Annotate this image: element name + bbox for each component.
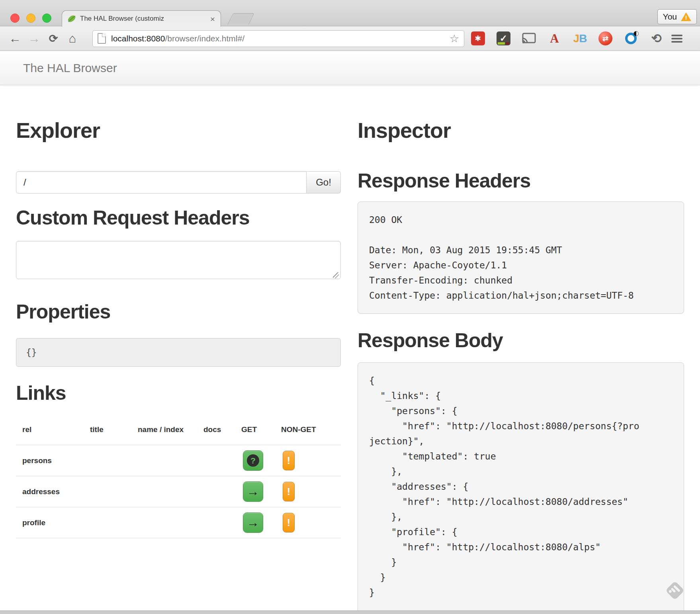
url-path: /browser/index.html#/	[165, 34, 244, 43]
checkmark-extension-icon[interactable]: ✓	[497, 31, 510, 45]
back-icon[interactable]: ←	[6, 29, 25, 48]
response-body-title: Response Body	[358, 330, 684, 350]
response-headers-title: Response Headers	[358, 171, 684, 191]
rel-label: addresses	[16, 487, 84, 496]
adblock-extension-icon[interactable]: A	[547, 31, 561, 45]
jb-extension-icon[interactable]: JB	[573, 31, 587, 45]
table-row-persons: persons ? !	[16, 445, 341, 476]
exclamation-icon: !	[287, 455, 290, 466]
browser-tab[interactable]: The HAL Browser (customiz ×	[62, 10, 221, 27]
forward-icon: →	[25, 29, 44, 48]
table-row-profile: profile → !	[16, 507, 341, 538]
explorer-url-input[interactable]	[16, 171, 307, 194]
exclamation-icon: !	[287, 517, 290, 528]
lastpass-extension-icon[interactable]: ✱	[471, 31, 485, 45]
zoom-window-button[interactable]	[42, 14, 51, 23]
custom-request-headers-title: Custom Request Headers	[16, 208, 341, 228]
go-button[interactable]: Go!	[307, 171, 341, 194]
custom-headers-wrap	[16, 241, 341, 281]
non-get-button[interactable]: !	[283, 513, 295, 532]
properties-box: {}	[16, 338, 341, 367]
response-headers-block: 200 OK Date: Mon, 03 Aug 2015 19:55:45 G…	[358, 201, 684, 314]
address-bar[interactable]: localhost:8080/browser/index.html#/ ☆	[92, 30, 464, 47]
custom-headers-textarea[interactable]	[16, 241, 341, 279]
col-name-index: name / index	[131, 425, 197, 434]
tab-close-icon[interactable]: ×	[209, 15, 216, 23]
properties-title: Properties	[16, 302, 341, 322]
main-content: Explorer Go! Custom Request Headers Prop…	[0, 85, 700, 614]
links-title: Links	[16, 383, 341, 403]
site-brand[interactable]: The HAL Browser	[0, 61, 117, 75]
site-navbar: The HAL Browser	[0, 51, 700, 85]
history-extension-icon[interactable]: ⟲	[649, 31, 663, 45]
chromecast-extension-icon[interactable]	[522, 31, 536, 45]
col-rel: rel	[16, 425, 84, 434]
bookmark-star-icon[interactable]: ☆	[450, 32, 459, 45]
rel-label: persons	[16, 456, 84, 465]
question-icon: ?	[247, 454, 259, 467]
window-controls	[10, 14, 51, 23]
explorer-title: Explorer	[16, 119, 341, 141]
properties-value: {}	[26, 347, 37, 358]
exclamation-icon: !	[287, 486, 290, 497]
menu-icon[interactable]	[671, 33, 685, 44]
home-icon[interactable]: ⌂	[63, 29, 82, 48]
url-host: localhost:8080	[111, 34, 165, 43]
profile-label: You	[663, 12, 677, 22]
explorer-address-group: Go!	[16, 171, 341, 194]
browser-toolbar: ← → ⟳ ⌂ localhost:8080/browser/index.htm…	[0, 26, 700, 51]
col-get: GET	[235, 425, 275, 434]
spring-leaf-favicon	[67, 14, 76, 23]
new-tab-button[interactable]	[227, 13, 254, 25]
sync-extension-icon[interactable]: ⇄	[598, 31, 612, 45]
get-button[interactable]: →	[243, 481, 263, 502]
extension-row: ✱ ✓ A JB ⇄ ⟲	[471, 31, 663, 45]
tab-title: The HAL Browser (customiz	[80, 15, 209, 23]
get-button[interactable]: →	[243, 512, 263, 533]
non-get-button[interactable]: !	[283, 451, 295, 470]
blue-circle-extension-icon[interactable]	[624, 31, 638, 45]
feedly-mini-icon[interactable]	[665, 581, 684, 600]
links-table: rel title name / index docs GET NON-GET …	[16, 425, 341, 538]
reload-icon[interactable]: ⟳	[44, 29, 63, 48]
rel-label: profile	[16, 518, 84, 527]
browser-titlebar: The HAL Browser (customiz × You !	[0, 0, 700, 26]
col-docs: docs	[197, 425, 235, 434]
non-get-button[interactable]: !	[283, 482, 295, 501]
inspector-title: Inspector	[358, 119, 684, 141]
profile-button[interactable]: You !	[657, 9, 697, 24]
page-icon	[98, 33, 106, 44]
links-table-header: rel title name / index docs GET NON-GET	[16, 425, 341, 445]
table-row-addresses: addresses → !	[16, 476, 341, 507]
response-body-block: { "_links": { "persons": { "href": "http…	[358, 362, 684, 614]
close-window-button[interactable]	[10, 14, 20, 23]
inspector-column: Inspector Response Headers 200 OK Date: …	[358, 85, 684, 614]
arrow-right-icon: →	[247, 516, 259, 529]
get-button[interactable]: ?	[243, 450, 263, 471]
resize-grip-icon[interactable]	[333, 272, 339, 278]
window-bottom-edge	[0, 610, 700, 614]
col-non-get: NON-GET	[275, 425, 341, 434]
explorer-column: Explorer Go! Custom Request Headers Prop…	[16, 85, 341, 614]
warning-icon: !	[681, 12, 691, 21]
col-title: title	[84, 425, 131, 434]
url-text[interactable]: localhost:8080/browser/index.html#/	[111, 34, 446, 43]
arrow-right-icon: →	[247, 485, 259, 498]
minimize-window-button[interactable]	[26, 14, 35, 23]
response-body-wrap: { "_links": { "persons": { "href": "http…	[358, 362, 684, 614]
